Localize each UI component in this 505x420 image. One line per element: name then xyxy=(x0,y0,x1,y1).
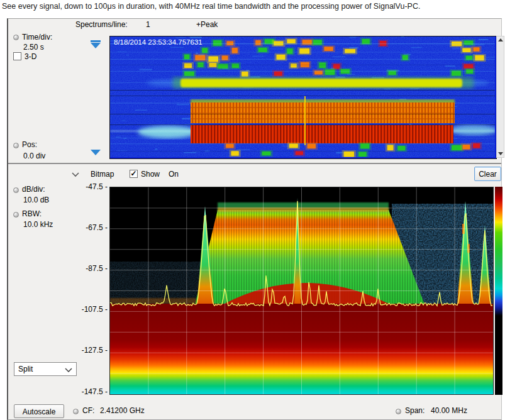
time-per-div-value[interactable]: 2.50 s xyxy=(23,43,44,52)
cf-label: CF: xyxy=(82,406,94,415)
spectrogram-timestamp: 8/18/2014 23:53:34.757631 xyxy=(114,38,203,46)
autoscale-button[interactable]: Autoscale xyxy=(14,404,64,418)
rbw-label: RBW: xyxy=(22,209,42,218)
detector-selector[interactable]: +Peak xyxy=(196,20,218,29)
panel-divider xyxy=(8,163,501,164)
amplitude-tick: -127.5 - xyxy=(69,346,108,355)
amplitude-tick: -47.5 - xyxy=(69,182,108,191)
scroll-up-icon[interactable] xyxy=(498,38,503,41)
view-mode-value: Split xyxy=(18,365,33,373)
spectrogram-scrollbar[interactable] xyxy=(496,36,504,158)
chevron-down-icon xyxy=(65,368,72,372)
span-label: Span: xyxy=(405,406,425,415)
pos-label: Pos: xyxy=(22,140,37,149)
amplitude-tick: -107.5 - xyxy=(69,305,108,314)
span-knob-icon[interactable] xyxy=(396,409,401,414)
clear-button[interactable]: Clear xyxy=(474,167,501,181)
signalvu-window: Spectrums/line: 1 +Peak Time/div: 2.50 s… xyxy=(7,18,502,420)
spectrogram-position-marker-icon[interactable] xyxy=(91,150,101,155)
view-mode-select[interactable]: Split xyxy=(14,362,77,376)
spectrums-per-line-label: Spectrums/line: xyxy=(75,20,128,29)
pos-knob-icon[interactable] xyxy=(13,143,19,148)
pos-value[interactable]: 0.0 div xyxy=(23,152,45,160)
spectrogram-display[interactable]: 8/18/2014 23:53:34.757631 xyxy=(109,36,497,159)
db-per-div-label: dB/div: xyxy=(22,185,45,194)
spectrum-display[interactable] xyxy=(109,187,494,395)
cf-value[interactable]: 2.41200 GHz xyxy=(100,406,145,415)
headline-caption: See every signal, down to 100μs in durat… xyxy=(2,2,420,11)
amplitude-tick: -67.5 - xyxy=(69,223,108,232)
spectrogram-image xyxy=(110,36,495,157)
spectrogram-top-marker-bar[interactable] xyxy=(91,40,101,42)
span-value[interactable]: 40.00 MHz xyxy=(431,406,467,415)
show-state-label: On xyxy=(169,170,179,179)
3d-checkbox[interactable] xyxy=(13,52,21,60)
trace-type-selector[interactable]: Bitmap xyxy=(91,170,114,179)
db-per-div-knob-icon[interactable] xyxy=(13,187,19,193)
time-per-div-label: Time/div: xyxy=(22,33,52,41)
spectrogram-top-marker-icon[interactable] xyxy=(91,43,101,48)
collapse-chevron-icon[interactable] xyxy=(71,172,80,177)
time-per-div-knob-icon[interactable] xyxy=(13,35,19,40)
show-checkbox-label: Show xyxy=(141,170,160,179)
3d-checkbox-label: 3-D xyxy=(25,52,36,61)
show-checkbox[interactable]: ✓ xyxy=(130,170,138,178)
amplitude-tick: -87.5 - xyxy=(69,264,108,273)
amplitude-tick: -147.5 - xyxy=(69,387,108,396)
spectrum-image xyxy=(110,187,493,394)
spectrums-per-line-value[interactable]: 1 xyxy=(146,20,150,29)
cf-knob-icon[interactable] xyxy=(73,409,79,414)
scroll-down-icon[interactable] xyxy=(498,152,503,155)
rbw-value[interactable]: 10.0 kHz xyxy=(23,220,53,229)
rbw-knob-icon[interactable] xyxy=(13,212,19,218)
intensity-colorbar xyxy=(495,187,502,395)
db-per-div-value[interactable]: 10.0 dB xyxy=(23,196,49,204)
